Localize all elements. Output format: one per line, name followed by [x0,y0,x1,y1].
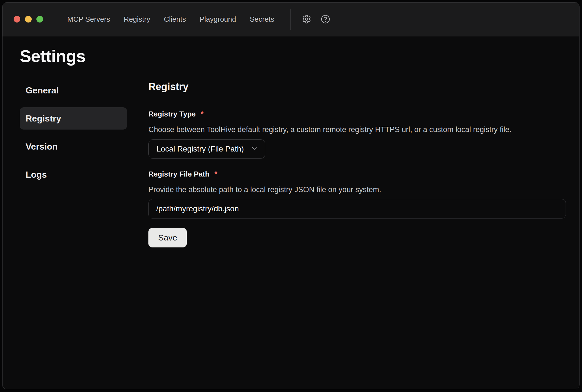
registry-type-selected-value: Local Registry (File Path) [156,145,244,153]
zoom-window-button[interactable] [36,16,43,23]
settings-page: Settings General Registry Version Logs R… [3,47,579,247]
top-nav: MCP Servers Registry Clients Playground … [67,15,274,24]
registry-settings-panel: Registry Registry Type * Choose between … [148,79,566,247]
help-circle-icon [321,14,330,24]
registry-type-label: Registry Type * [148,109,566,119]
registry-type-label-text: Registry Type [148,109,196,119]
nav-item-playground[interactable]: Playground [200,15,236,24]
gear-icon [302,14,311,24]
settings-button[interactable] [302,14,312,24]
registry-type-description: Choose between ToolHive default registry… [148,125,566,134]
titlebar: MCP Servers Registry Clients Playground … [3,3,579,36]
sidebar-item-version[interactable]: Version [20,135,127,158]
nav-item-mcp-servers[interactable]: MCP Servers [67,15,110,24]
required-marker: * [215,169,217,178]
titlebar-divider [290,9,291,30]
sidebar-item-registry[interactable]: Registry [20,107,127,130]
registry-type-select[interactable]: Local Registry (File Path) [148,139,265,159]
registry-file-path-input[interactable] [148,199,566,219]
settings-sidebar: General Registry Version Logs [20,79,127,192]
nav-item-secrets[interactable]: Secrets [250,15,274,24]
registry-file-path-description: Provide the absolute path to a local reg… [148,185,566,194]
page-title: Settings [20,47,579,65]
minimize-window-button[interactable] [25,16,32,23]
required-marker: * [201,109,203,118]
nav-item-clients[interactable]: Clients [164,15,186,24]
sidebar-item-logs[interactable]: Logs [20,163,127,186]
chevron-down-icon [250,145,258,153]
sidebar-item-general[interactable]: General [20,79,127,101]
registry-file-path-label-text: Registry File Path [148,169,210,179]
panel-heading: Registry [148,81,566,93]
nav-item-registry[interactable]: Registry [124,15,150,24]
close-window-button[interactable] [14,16,20,23]
app-window: MCP Servers Registry Clients Playground … [2,2,579,389]
save-button[interactable]: Save [148,228,187,247]
help-button[interactable] [320,14,330,24]
traffic-lights [14,16,43,23]
registry-file-path-label: Registry File Path * [148,169,566,179]
